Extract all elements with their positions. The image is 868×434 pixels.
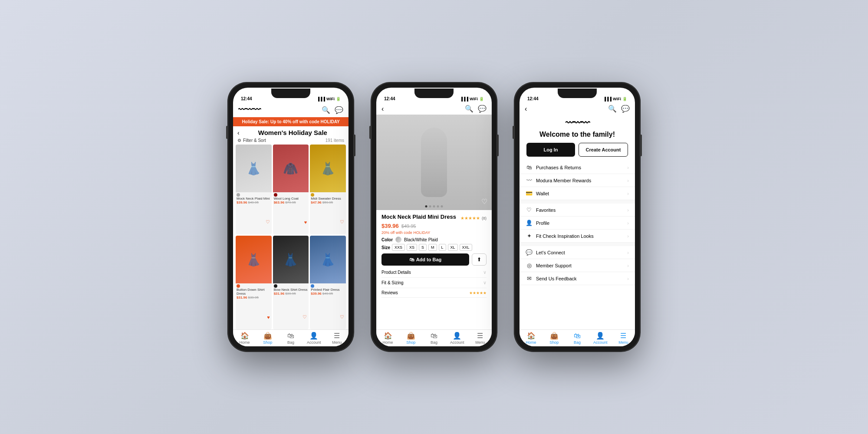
nav-home-2[interactable]: 🏠 Home [376,332,399,345]
nav-menu-1[interactable]: ☰ Menu [326,332,349,345]
menu-member-rewards[interactable]: 〰 Modura Member Rewards › [519,174,635,187]
connect-icon: 💬 [526,249,533,256]
feedback-label: Send Us Feedback [536,276,577,281]
menu-gap-1 [519,200,635,204]
back-button-2[interactable]: ‹ [381,105,384,113]
nav-shop-1[interactable]: 👜 Shop [256,332,279,345]
review-count: (8) [482,216,487,220]
status-icons-1: ▐▐▐ WiFi 🔋 [317,97,341,101]
login-button[interactable]: Log In [526,143,575,157]
product-card-3[interactable]: 👗 ♥ Button Down Shirt Dress $31.96$39.95 [236,236,272,329]
nav-account-2[interactable]: 👤 Account [446,332,469,345]
product-card-2[interactable]: 👗 ♡ Midi Sweater Dress $47.96$59.95 [310,145,346,234]
chat-icon-3[interactable]: 💬 [621,105,630,113]
add-to-bag-button[interactable]: 🛍 Add to Bag [381,253,469,266]
phone-1: 12:44 ▐▐▐ WiFi 🔋 〰〰〰 🔍 💬 Holiday Sale: U… [228,82,354,352]
menu-favorites[interactable]: ♡ Favorites › [519,204,635,217]
product-card-4[interactable]: 👗 ♡ Bow Neck Shirt Dress $31.96$39.95 [273,236,309,329]
nav-home-3[interactable]: 🏠 Home [519,332,542,345]
purchases-label: Purchases & Returns [536,165,581,170]
size-xs[interactable]: XS [407,244,417,251]
phone-2: 12:44 ▐▐▐ WiFi 🔋 ‹ 🔍 💬 [371,82,497,352]
nav-home-1[interactable]: 🏠 Home [233,332,256,345]
fit-check-label: Fit Check Inspiration Looks [536,233,594,239]
p2-price-row: $39.96 $49.95 [381,223,487,229]
chevron-wallet: › [627,191,629,196]
accordion-product-details[interactable]: Product Details∨ [381,267,487,278]
nav-account-1[interactable]: 👤 Account [302,332,326,345]
p-name-4: Bow Neck Shirt Dress [274,288,308,292]
filter-icon: ⚙ [237,138,241,143]
status-icons-3: ▐▐▐ WiFi 🔋 [603,97,627,101]
p-price-5: $39.96$49.95 [311,292,345,296]
time-3: 12:44 [527,96,539,101]
back-button-1[interactable]: ‹ [237,129,240,136]
nav-account-3[interactable]: 👤 Account [589,332,612,345]
nav-shop-3[interactable]: 👜 Shop [542,332,566,345]
screen-2: ‹ 🔍 💬 [376,103,492,346]
color-swatch[interactable] [395,237,401,243]
nav-menu-2[interactable]: ☰ Menu [469,332,492,345]
size-xxl[interactable]: XXL [460,244,472,251]
bottom-nav-3: 🏠 Home 👜 Shop 🛍 Bag 👤 Account ☰ Me [519,329,635,346]
chat-icon-1[interactable]: 💬 [335,106,343,114]
support-label: Member Support [536,263,572,268]
accordion-fit-sizing[interactable]: Fit & Sizing∨ [381,278,487,288]
nav-menu-3[interactable]: ☰ Menu [612,332,635,345]
product-card-5[interactable]: 👗 ♡ Printed Flair Dress $39.96$49.95 [310,236,346,329]
p3-logo: 〰〰〰 [519,115,635,130]
size-m[interactable]: M [428,244,437,251]
heart-overlay[interactable]: ♡ [481,197,487,206]
create-account-button[interactable]: Create Account [579,143,628,157]
nav-bag-2[interactable]: 🛍 Bag [422,332,445,345]
color-row: Color Black/White Plaid [381,237,487,243]
menu-support[interactable]: ◎ Member Support › [519,259,635,272]
menu-profile[interactable]: 👤 Profile › [519,217,635,230]
category-title: Women's Holiday Sale [241,129,344,136]
p2-topbar: ‹ 🔍 💬 [376,103,492,115]
wallet-label: Wallet [536,191,549,196]
heart-0: ♡ [266,219,270,225]
chevron-purchases: › [627,165,629,170]
chevron-feedback: › [627,276,629,281]
filter-sort[interactable]: ⚙ Filter & Sort [237,138,266,143]
size-s[interactable]: S [419,244,427,251]
menu-wallet[interactable]: 💳 Wallet › [519,187,635,200]
chevron-profile: › [627,220,629,226]
rewards-label: Modura Member Rewards [536,178,591,183]
size-l[interactable]: L [439,244,446,251]
share-button[interactable]: ⬆ [472,253,487,266]
nav-bag-3[interactable]: 🛍 Bag [566,332,589,345]
sale-banner[interactable]: Holiday Sale: Up to 40% off with code HO… [233,117,349,126]
p1-header: 〰〰〰 🔍 💬 [233,103,349,117]
chevron-rewards: › [627,178,629,183]
chat-icon-2[interactable]: 💬 [478,105,487,113]
product-card-0[interactable]: 👗 ♡ Mock Neck Plaid Mini $39.96$49.95 [236,145,272,234]
p-name-1: Wool Long Coat [274,197,308,201]
menu-feedback[interactable]: ✉ Send Us Feedback › [519,272,635,285]
time-2: 12:44 [384,96,395,101]
heart-3: ♥ [267,315,270,320]
menu-purchases-returns[interactable]: 🛍 Purchases & Returns › [519,161,635,174]
auth-buttons: Log In Create Account [519,143,635,161]
nav-shop-2[interactable]: 👜 Shop [399,332,422,345]
add-to-bag-row: 🛍 Add to Bag ⬆ [381,253,487,266]
menu-connect[interactable]: 💬 Let's Connect › [519,246,635,259]
chevron-support: › [627,263,629,268]
search-icon-3[interactable]: 🔍 [608,105,617,113]
search-icon-1[interactable]: 🔍 [322,106,330,114]
share-icon: ⬆ [477,256,481,263]
p-name-3: Button Down Shirt Dress [237,288,271,296]
accordion-reviews[interactable]: Reviews ★★★★★ [381,288,487,298]
notch-3 [558,89,597,98]
search-icon-2[interactable]: 🔍 [465,105,473,113]
back-button-3[interactable]: ‹ [525,105,527,113]
nav-bag-1[interactable]: 🛍 Bag [279,332,302,345]
size-xl[interactable]: XL [448,244,458,251]
connect-label: Let's Connect [536,250,565,255]
menu-fit-check[interactable]: ✦ Fit Check Inspiration Looks › [519,230,635,243]
size-xxs[interactable]: XXS [392,244,405,251]
product-card-1[interactable]: 🧥 ♥ Wool Long Coat $63.96$79.95 [273,145,309,234]
profile-label: Profile [536,220,549,226]
discount-text: 20% off with code HOLIDAY [381,230,487,235]
